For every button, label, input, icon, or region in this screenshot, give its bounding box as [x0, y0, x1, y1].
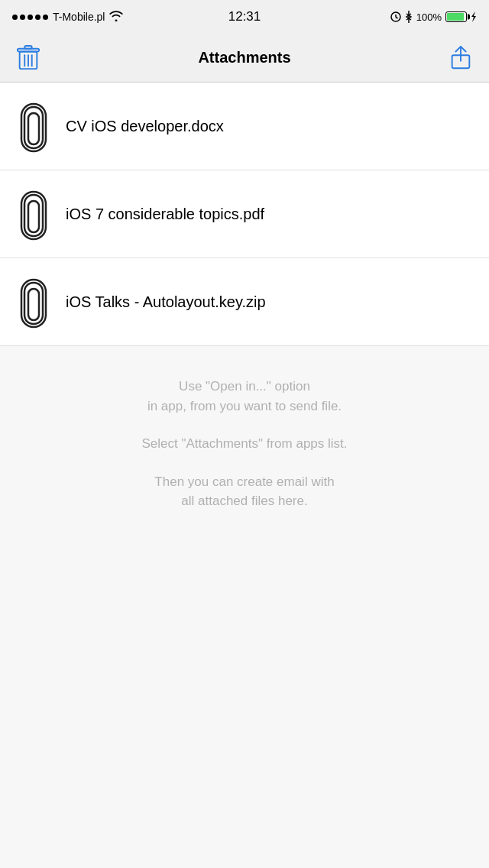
instruction-block-2: Select "Attachments" from apps list. — [23, 434, 466, 454]
attachment-filename: CV iOS developer.docx — [66, 118, 224, 135]
attachment-item[interactable]: iOS 7 considerable topics.pdf — [0, 170, 489, 258]
nav-bar: Attachments — [0, 34, 489, 83]
instruction-block-1: Use "Open in..." optionin app, from you … — [23, 377, 466, 416]
attachment-filename: iOS Talks - Autolayout.key.zip — [66, 293, 266, 311]
instruction-block-3: Then you can create email withall attach… — [23, 472, 466, 511]
attachment-filename: iOS 7 considerable topics.pdf — [66, 206, 264, 223]
attachment-item[interactable]: CV iOS developer.docx — [0, 83, 489, 170]
trash-icon — [17, 45, 40, 71]
instruction-text-3: Then you can create email withall attach… — [23, 472, 466, 511]
svg-marker-4 — [471, 11, 476, 22]
battery-icon — [445, 11, 467, 22]
bluetooth-icon — [405, 11, 413, 23]
paperclip-icon — [18, 99, 49, 153]
status-left: T-Mobile.pl — [12, 11, 123, 24]
delete-button[interactable] — [12, 40, 44, 76]
battery-percent-label: 100% — [416, 11, 442, 23]
alarm-icon — [390, 11, 401, 22]
attachment-item[interactable]: iOS Talks - Autolayout.key.zip — [0, 258, 489, 346]
status-right: 100% — [390, 11, 477, 23]
paperclip-icon — [18, 187, 49, 241]
instruction-text-2: Select "Attachments" from apps list. — [23, 434, 466, 454]
share-icon — [449, 45, 472, 71]
svg-line-2 — [396, 18, 398, 19]
paperclip-icon — [18, 275, 49, 329]
battery-fill — [447, 13, 464, 21]
instruction-text-1: Use "Open in..." optionin app, from you … — [23, 377, 466, 416]
carrier-label: T-Mobile.pl — [53, 11, 105, 23]
svg-rect-7 — [24, 45, 31, 48]
signal-dots — [12, 15, 48, 20]
page-title: Attachments — [198, 49, 290, 66]
charging-icon — [471, 11, 477, 22]
status-time: 12:31 — [228, 9, 261, 24]
status-bar: T-Mobile.pl 12:31 100% — [0, 0, 489, 34]
attachments-list: CV iOS developer.docx iOS 7 considerable… — [0, 83, 489, 346]
wifi-icon — [109, 11, 123, 24]
instructions-section: Use "Open in..." optionin app, from you … — [0, 346, 489, 552]
share-button[interactable] — [445, 40, 477, 76]
battery-icon-container — [445, 11, 467, 22]
